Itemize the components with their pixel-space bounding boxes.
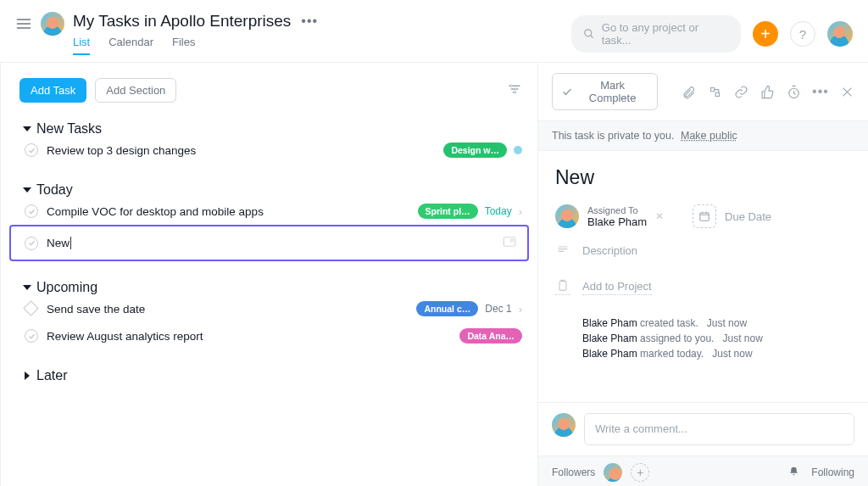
section-today: Today Compile VOC for desktop and mobile… [19,182,537,261]
task-detail-pane: Mark Complete ••• This task is private t… [537,63,868,486]
task-row[interactable]: Send save the date Annual c… Dec 1 › [19,295,532,322]
assignee-value: Blake Pham [587,215,647,228]
complete-check-icon[interactable] [25,329,38,343]
section-header-today[interactable]: Today [19,182,532,198]
attachment-icon[interactable] [682,84,696,99]
help-button[interactable]: ? [790,21,815,47]
following-toggle[interactable]: Following [811,466,854,478]
add-task-button[interactable]: Add Task [19,78,86,103]
task-title[interactable]: New [555,166,851,189]
project-pill[interactable]: Annual c… [416,301,478,316]
due-date: Dec 1 [485,303,511,315]
svg-rect-7 [700,213,709,221]
assignee-avatar [555,204,579,228]
description-field[interactable]: Description [555,243,851,257]
section-header-later[interactable]: Later [19,368,532,383]
bell-icon [788,466,799,479]
task-name: Review top 3 design changes [47,144,435,157]
chevron-right-icon: › [519,303,522,316]
task-name: Send save the date [47,303,408,316]
tab-calendar[interactable]: Calendar [108,36,153,55]
comment-avatar [552,413,576,437]
task-row-editing[interactable]: New [9,225,529,261]
search-icon [583,28,595,40]
copy-link-icon[interactable] [734,84,748,99]
add-section-button[interactable]: Add Section [95,78,176,103]
section-title: Later [36,368,67,383]
section-header-new-tasks[interactable]: New Tasks [19,121,532,137]
hamburger-menu-icon[interactable] [15,15,32,36]
svg-rect-4 [504,237,515,247]
assignee-field[interactable]: Assigned To Blake Pham ✕ [555,204,664,228]
svg-point-5 [511,239,514,242]
svg-point-1 [510,85,512,87]
calendar-icon [693,204,716,228]
global-search[interactable]: Go to any project or task... [571,15,741,53]
caret-right-icon [25,371,30,380]
task-list-pane: Add Task Add Section New Tasks Review to… [0,63,537,486]
global-add-button[interactable]: + [753,21,778,47]
timer-icon[interactable] [787,84,801,99]
privacy-banner: This task is private to you. Make public [538,121,868,151]
workspace-avatar [41,12,64,36]
task-row[interactable]: Compile VOC for desktop and mobile apps … [19,198,532,225]
followers-bar: Followers + Following [538,455,868,486]
complete-check-icon[interactable] [25,237,38,250]
make-public-link[interactable]: Make public [681,130,737,142]
project-pill[interactable]: Data Ana… [459,328,522,344]
search-placeholder: Go to any project or task... [602,21,729,47]
caret-down-icon [23,285,31,290]
clipboard-icon [555,279,570,295]
add-to-project-field[interactable]: Add to Project [555,279,851,295]
section-title: Upcoming [36,280,97,295]
main-content: Add Task Add Section New Tasks Review to… [0,62,868,486]
add-follower-button[interactable]: + [631,463,649,482]
section-title: New Tasks [36,121,102,137]
page-title: My Tasks in Apollo Enterprises [73,12,291,31]
svg-point-3 [513,91,515,92]
comment-input[interactable]: Write a comment... [584,413,854,445]
svg-point-0 [585,30,592,36]
section-header-upcoming[interactable]: Upcoming [19,280,532,295]
attachment-icon[interactable] [502,234,517,252]
close-icon[interactable] [840,84,854,99]
user-avatar[interactable] [827,21,853,47]
clear-assignee-icon[interactable]: ✕ [655,210,664,222]
mark-complete-button[interactable]: Mark Complete [552,73,658,110]
milestone-icon[interactable] [25,302,38,316]
task-name: Review August analytics report [47,330,451,343]
task-name: Compile VOC for desktop and mobile apps [47,205,409,218]
section-new-tasks: New Tasks Review top 3 design changes De… [19,121,537,164]
project-pill[interactable]: Sprint pl… [418,204,478,219]
status-dot [514,146,522,154]
filter-icon[interactable] [507,81,522,100]
detail-toolbar: Mark Complete ••• [538,63,868,121]
more-options-icon[interactable]: ••• [813,84,828,99]
more-options-icon[interactable]: ••• [298,14,321,29]
due-date-label: Due Date [725,210,771,223]
tab-files[interactable]: Files [172,36,195,55]
like-icon[interactable] [760,84,775,99]
tab-list[interactable]: List [73,36,90,55]
task-row[interactable]: Review August analytics report Data Ana… [19,322,532,349]
task-row[interactable]: Review top 3 design changes Design w… [19,137,532,164]
view-tabs: List Calendar Files [73,36,571,55]
svg-rect-8 [559,282,566,291]
svg-point-2 [515,87,516,89]
due-date-field[interactable]: Due Date [693,204,771,228]
complete-check-icon[interactable] [25,143,38,157]
follower-avatar[interactable] [604,463,622,482]
caret-down-icon [23,187,31,193]
caret-down-icon [23,126,31,131]
project-pill[interactable]: Design w… [443,142,507,158]
description-icon [555,243,570,257]
section-later: Later [19,368,537,383]
section-title: Today [36,182,73,198]
followers-label: Followers [552,466,595,478]
activity-log: Blake Pham created task.Just now Blake P… [582,317,851,360]
chevron-right-icon: › [519,205,522,218]
section-upcoming: Upcoming Send save the date Annual c… De… [19,280,537,349]
complete-check-icon[interactable] [25,204,38,218]
subtask-icon[interactable] [708,84,722,99]
task-name-input[interactable]: New [47,237,493,250]
